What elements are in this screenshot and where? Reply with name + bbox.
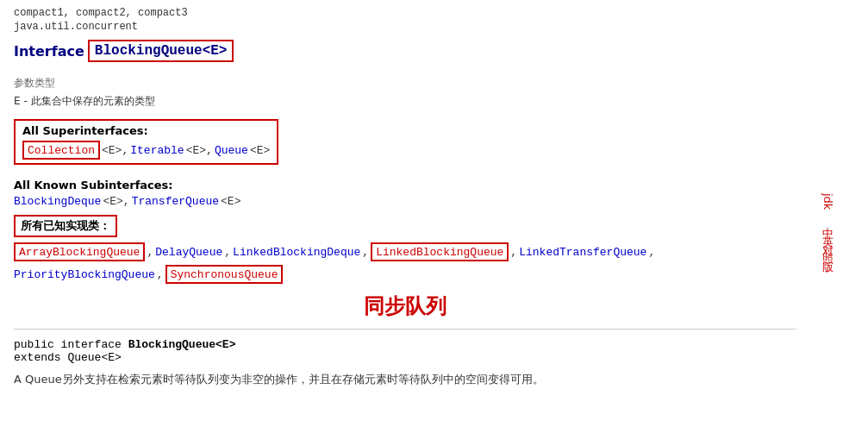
package-line: java.util.concurrent — [14, 21, 796, 33]
sep4: <E>, — [103, 195, 129, 208]
code-public: public interface — [14, 338, 128, 351]
queue-link[interactable]: Queue — [215, 144, 248, 157]
page-wrapper: compact1, compact2, compact3 java.util.c… — [0, 0, 868, 446]
code-line2: extends Queue<E> — [14, 351, 796, 364]
interface-name: BlockingQueue<E> — [95, 43, 228, 59]
sep5: <E> — [221, 195, 240, 208]
superinterfaces-box: All Superinterfaces: Collection <E>, Ite… — [14, 119, 278, 165]
superinterfaces-links: Collection <E>, Iterable <E>, Queue <E> — [22, 141, 270, 160]
sidebar-zhao[interactable]: 照 — [819, 241, 837, 248]
code-line1: public interface BlockingQueue<E> — [14, 338, 796, 351]
sep7: , — [224, 246, 231, 259]
linked-transfer-queue-link[interactable]: LinkedTransferQueue — [519, 246, 646, 259]
params-label: 参数类型 — [14, 76, 796, 91]
linked-blocking-deque-link[interactable]: LinkedBlockingDeque — [233, 246, 360, 259]
sidebar-ban[interactable]: 版 — [819, 249, 837, 256]
subinterfaces-links: BlockingDeque <E>, TransferQueue <E> — [14, 195, 796, 208]
sep6: , — [147, 246, 153, 259]
array-blocking-queue-link[interactable]: ArrayBlockingQueue — [19, 246, 140, 259]
sidebar-en[interactable]: 英 — [819, 223, 837, 230]
collection-link[interactable]: Collection — [28, 144, 95, 157]
divider — [14, 329, 796, 330]
delay-queue-link[interactable]: DelayQueue — [155, 246, 222, 259]
interface-keyword: Interface — [14, 43, 84, 60]
sidebar: jdk 中 英 对 照 版 — [810, 0, 845, 446]
collection-link-box: Collection — [22, 141, 100, 160]
iterable-link[interactable]: Iterable — [130, 144, 184, 157]
sidebar-dui[interactable]: 对 — [819, 232, 837, 239]
impl-row-1: ArrayBlockingQueue , DelayQueue , Linked… — [14, 242, 796, 261]
sep11: , — [157, 268, 164, 281]
sep9: , — [510, 246, 517, 259]
sep1: <E>, — [102, 144, 128, 157]
code-block: public interface BlockingQueue<E> extend… — [14, 338, 796, 364]
subinterfaces-label: All Known Subinterfaces: — [14, 179, 796, 192]
code-interface-name: BlockingQueue<E> — [128, 338, 236, 351]
sep10: , — [648, 246, 655, 259]
center-label: 同步队列 — [14, 292, 796, 320]
linked-blocking-queue-box: LinkedBlockingQueue — [371, 242, 509, 261]
synchronous-queue-box: SynchronousQueue — [165, 265, 284, 284]
compact-line: compact1, compact2, compact3 — [14, 7, 796, 19]
sep3: <E> — [250, 144, 270, 157]
synchronous-queue-link[interactable]: SynchronousQueue — [171, 268, 278, 281]
known-impl-label-box: 所有已知实现类： — [14, 215, 117, 237]
priority-blocking-queue-link[interactable]: PriorityBlockingQueue — [14, 268, 155, 281]
linked-blocking-queue-link[interactable]: LinkedBlockingQueue — [376, 246, 503, 259]
superinterfaces-label: All Superinterfaces: — [22, 124, 270, 137]
sidebar-zh[interactable]: 中 — [819, 215, 837, 222]
sep2: <E>, — [186, 144, 213, 157]
transferqueue-link[interactable]: TransferQueue — [132, 195, 219, 208]
main-content: compact1, compact2, compact3 java.util.c… — [0, 0, 810, 446]
sidebar-jdk[interactable]: jdk — [819, 190, 837, 213]
impl-row-2: PriorityBlockingQueue , SynchronousQueue — [14, 265, 796, 284]
sep8: , — [362, 246, 369, 259]
known-impl-label: 所有已知实现类： — [21, 219, 110, 232]
blockingdeque-link[interactable]: BlockingDeque — [14, 195, 101, 208]
subinterfaces-section: All Known Subinterfaces: BlockingDeque <… — [14, 179, 796, 208]
params-value: E - 此集合中保存的元素的类型 — [14, 94, 796, 109]
array-blocking-queue-box: ArrayBlockingQueue — [14, 242, 145, 261]
code-extends: extends Queue<E> — [14, 351, 122, 364]
description: A Queue另外支持在检索元素时等待队列变为非空的操作，并且在存储元素时等待队… — [14, 371, 796, 388]
interface-name-box: BlockingQueue<E> — [88, 40, 234, 62]
known-implementations-section: 所有已知实现类： ArrayBlockingQueue , DelayQueue… — [14, 215, 796, 284]
interface-title: Interface BlockingQueue<E> — [14, 40, 796, 62]
